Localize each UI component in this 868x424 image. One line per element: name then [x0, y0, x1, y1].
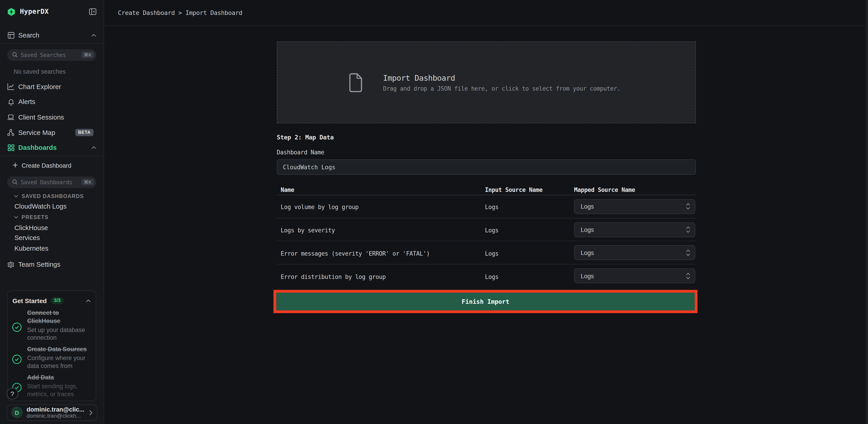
app-window: HyperDX Search: [0, 0, 868, 424]
app-title: HyperDX: [20, 8, 49, 15]
saved-dashboards-input[interactable]: Saved Dashboards ⌘K: [7, 176, 96, 188]
dashboard-name-label: Dashboard Name: [277, 149, 324, 155]
sidebar-item-label: Alerts: [18, 98, 35, 106]
mapping-table: Name Input Source Name Mapped Source Nam…: [277, 183, 696, 288]
avatar: D: [11, 407, 23, 418]
chart-name: Error messages (severity 'ERROR' or 'FAT…: [281, 250, 430, 257]
saved-searches-input[interactable]: Saved Searches ⌘K: [7, 49, 96, 61]
mapped-source-select[interactable]: Logs: [574, 222, 695, 237]
chevron-right-icon: [89, 410, 92, 415]
help-button[interactable]: ?: [6, 388, 18, 399]
beta-badge: BETA: [75, 129, 93, 136]
sidebar-dashboard-cloudwatch-logs[interactable]: CloudWatch Logs: [14, 202, 67, 210]
select-chevrons-icon: [686, 203, 690, 210]
select-chevrons-icon: [686, 272, 690, 279]
sidebar-item-dashboards[interactable]: Dashboards: [0, 140, 103, 155]
sidebar-item-search[interactable]: Search: [0, 28, 103, 42]
user-name: dominic.tran@clic...: [27, 406, 89, 413]
top-bar: Create Dashboard > Import Dashboard: [104, 0, 868, 26]
saved-dashboards-placeholder: Saved Dashboards: [21, 179, 82, 185]
get-started-header[interactable]: Get Started 3/3: [12, 297, 90, 304]
selected-option: Logs: [581, 249, 686, 256]
service-map-icon: [7, 129, 14, 136]
sidebar-item-alerts[interactable]: Alerts: [0, 95, 103, 109]
mapped-source-select[interactable]: Logs: [574, 268, 695, 284]
column-header-name: Name: [281, 186, 294, 193]
check-circle-icon: [12, 322, 22, 332]
chevron-down-icon: [14, 216, 18, 218]
chevron-up-icon: [86, 299, 90, 302]
mapped-source-select[interactable]: Logs: [574, 245, 695, 260]
chart-name: Logs by severity: [281, 227, 335, 233]
task-subtitle: Start sending logs, metrics, or traces: [27, 382, 91, 398]
task-title: Add Data: [27, 373, 91, 382]
sidebar-item-team-settings[interactable]: Team Settings: [0, 257, 103, 272]
chart-name: Error distribution by log group: [281, 273, 386, 280]
chart-name: Log volume by log group: [281, 204, 359, 210]
section-title: PRESETS: [22, 214, 49, 220]
get-started-item[interactable]: Add Data Start sending logs, metrics, or…: [27, 373, 91, 398]
chevron-up-icon: [91, 33, 96, 37]
selected-option: Logs: [581, 203, 686, 210]
plus-icon: [13, 163, 18, 168]
shortcut-badge: ⌘K: [82, 52, 94, 58]
mapped-source-select[interactable]: Logs: [574, 199, 695, 214]
sidebar-preset-kubernetes[interactable]: Kubernetes: [14, 244, 49, 252]
section-presets[interactable]: PRESETS: [14, 214, 49, 220]
hyperdx-logo-icon: [7, 7, 16, 16]
laptop-icon: [7, 114, 14, 121]
sidebar-item-label: Chart Explorer: [18, 83, 61, 90]
sidebar-item-label: Client Sessions: [18, 114, 64, 121]
import-dropzone[interactable]: Import Dashboard Drag and drop a JSON fi…: [277, 41, 696, 123]
sidebar-item-chart-explorer[interactable]: Chart Explorer: [0, 79, 103, 94]
dropzone-subtitle: Drag and drop a JSON file here, or click…: [383, 85, 620, 92]
get-started-title: Get Started: [12, 297, 47, 304]
task-title: Create Data Sources: [27, 345, 91, 353]
user-account-button[interactable]: D dominic.tran@clic... dominic.tran@clic…: [6, 404, 97, 421]
finish-import-button[interactable]: Finish Import: [276, 293, 694, 310]
get-started-item[interactable]: Connect to ClickHouse Set up your databa…: [27, 308, 91, 341]
sidebar-item-label: Search: [18, 31, 39, 39]
breadcrumb: Create Dashboard > Import Dashboard: [118, 9, 242, 16]
section-saved-dashboards[interactable]: SAVED DASHBOARDS: [14, 193, 84, 199]
shortcut-badge: ⌘K: [82, 179, 94, 185]
gear-icon: [7, 261, 14, 268]
no-saved-searches-text: No saved searches: [13, 68, 66, 74]
dashboards-grid-icon: [7, 144, 14, 151]
task-title: Connect to ClickHouse: [27, 308, 91, 325]
sidebar-header: HyperDX: [0, 0, 103, 23]
sidebar-preset-clickhouse[interactable]: ClickHouse: [14, 224, 48, 231]
sidebar-item-client-sessions[interactable]: Client Sessions: [0, 110, 103, 125]
table-row: Error distribution by log group Logs Log…: [277, 264, 696, 288]
select-chevrons-icon: [686, 249, 690, 256]
file-icon: [349, 73, 363, 92]
scrollbar[interactable]: [866, 0, 868, 424]
step-title: Step 2: Map Data: [277, 134, 334, 141]
dashboard-name-input[interactable]: [277, 159, 696, 175]
sidebar-item-label: Team Settings: [18, 261, 60, 268]
divider: [0, 156, 103, 156]
select-chevrons-icon: [686, 226, 690, 233]
task-subtitle: Configure where your data comes from: [27, 354, 91, 369]
search-icon: [12, 52, 18, 57]
click-highlight-annotation: Finish Import: [273, 290, 698, 313]
input-source-value: Logs: [485, 204, 498, 210]
create-dashboard-button[interactable]: Create Dashboard: [0, 159, 103, 171]
sidebar-item-service-map[interactable]: Service Map BETA: [0, 125, 103, 140]
table-header: Name Input Source Name Mapped Source Nam…: [277, 183, 696, 195]
task-subtitle: Set up your database connection: [27, 325, 91, 341]
user-email: dominic.tran@clickh...: [27, 413, 89, 419]
selected-option: Logs: [581, 226, 686, 233]
sidebar-item-label: Service Map: [18, 129, 55, 136]
table-row: Log volume by log group Logs Logs: [277, 195, 696, 218]
get-started-item[interactable]: Create Data Sources Configure where your…: [27, 345, 91, 369]
collapse-sidebar-icon[interactable]: [89, 8, 96, 15]
get-started-card: Get Started 3/3 Connect to ClickHouse Se…: [7, 290, 96, 401]
saved-searches-placeholder: Saved Searches: [21, 52, 82, 58]
input-source-value: Logs: [485, 273, 498, 280]
search-icon: [12, 179, 18, 185]
column-header-input-source: Input Source Name: [485, 186, 542, 193]
table-row: Logs by severity Logs Logs: [277, 218, 696, 241]
sidebar-preset-services[interactable]: Services: [14, 234, 40, 241]
sidebar: HyperDX Search: [0, 0, 104, 424]
